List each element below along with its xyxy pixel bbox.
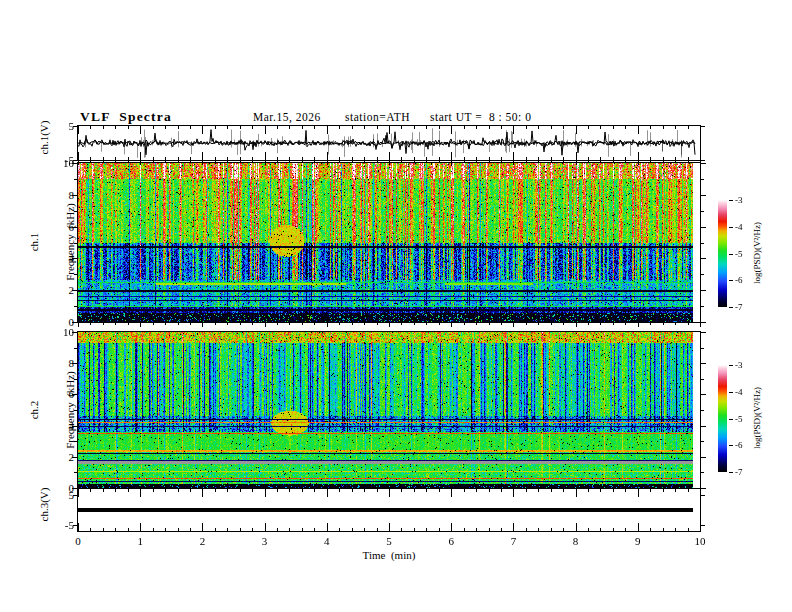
y-axis-tick xyxy=(701,472,704,473)
x-axis-tick xyxy=(178,323,179,325)
colorbar-tick xyxy=(729,365,733,366)
x-axis-tick xyxy=(289,323,290,325)
ch1-frequency-axis-label-line1: ch.1 xyxy=(28,203,40,281)
x-axis-tick-label: 7 xyxy=(501,535,525,547)
x-axis-tick xyxy=(613,161,614,163)
y-axis-tick xyxy=(701,426,706,427)
x-axis-tick xyxy=(451,323,452,327)
x-axis-tick xyxy=(563,161,564,163)
colorbar-tick xyxy=(729,227,733,228)
x-axis-tick-label: 9 xyxy=(626,535,650,547)
x-axis-tick xyxy=(513,161,514,165)
x-axis-tick xyxy=(140,161,141,165)
x-axis-tick xyxy=(277,323,278,325)
x-axis-tick xyxy=(364,161,365,163)
x-axis-tick xyxy=(489,323,490,325)
x-axis-tick xyxy=(314,161,315,163)
y-axis-tick xyxy=(701,495,705,496)
x-axis-tick xyxy=(103,161,104,163)
y-axis-tick xyxy=(701,457,706,458)
y-axis-tick-label: 5 xyxy=(52,120,74,132)
y-axis-tick xyxy=(74,274,77,275)
colorbar-ch1 xyxy=(718,200,727,307)
x-axis-tick xyxy=(650,323,651,325)
y-axis-tick xyxy=(701,290,706,291)
x-axis-tick xyxy=(538,161,539,163)
x-axis-tick xyxy=(202,161,203,165)
y-axis-tick-label: 2 xyxy=(52,451,74,463)
x-axis-tick xyxy=(439,161,440,163)
ch1-waveform-canvas xyxy=(78,126,700,160)
y-axis-tick xyxy=(74,348,77,349)
plot-start-ut: start UT = 8 : 50: 0 xyxy=(430,111,531,123)
ch1-voltage-axis-label-text: ch.1(V) xyxy=(38,121,50,155)
vlf-spectra-figure: VLF Spectra Mar.15, 2026 station=ATH sta… xyxy=(0,0,792,612)
colorbar-tick xyxy=(729,307,733,308)
x-axis-tick xyxy=(476,323,477,325)
x-axis-tick xyxy=(90,323,91,325)
y-axis-tick xyxy=(74,306,77,307)
colorbar-ch1-caption: log(PSD)(V²/Hz) xyxy=(752,222,762,284)
x-axis-tick xyxy=(700,161,701,165)
x-axis-tick xyxy=(265,323,266,327)
x-axis-tick xyxy=(588,161,589,163)
x-axis-tick xyxy=(551,161,552,163)
x-axis-tick-label: 6 xyxy=(439,535,463,547)
x-axis-tick xyxy=(414,323,415,325)
y-axis-tick xyxy=(74,441,77,442)
y-axis-tick xyxy=(701,243,704,244)
ch3-voltage-axis-label-text: ch.3(V) xyxy=(38,488,50,522)
colorbar-ch2 xyxy=(718,365,727,472)
x-axis-tick xyxy=(227,323,228,325)
x-axis-tick xyxy=(377,161,378,163)
x-axis-tick-label: 8 xyxy=(564,535,588,547)
x-axis-tick xyxy=(401,323,402,325)
x-axis-tick xyxy=(364,323,365,325)
x-axis-tick xyxy=(464,323,465,325)
x-axis-tick xyxy=(202,323,203,327)
x-axis-tick xyxy=(439,323,440,325)
x-axis-tick-label: 5 xyxy=(377,535,401,547)
x-axis-tick xyxy=(190,323,191,325)
spectrogram-ch2-panel xyxy=(77,331,701,489)
x-axis-tick-label: 2 xyxy=(190,535,214,547)
x-axis-tick xyxy=(576,323,577,327)
x-axis-tick xyxy=(700,323,701,327)
y-axis-tick-label: 4 xyxy=(52,420,74,432)
x-axis-tick xyxy=(526,323,527,325)
y-axis-tick xyxy=(701,525,705,526)
x-axis-tick xyxy=(352,323,353,325)
y-axis-tick xyxy=(701,179,704,180)
x-axis-tick xyxy=(289,161,290,163)
colorbar-tick-label: -7 xyxy=(735,467,743,477)
y-axis-tick xyxy=(701,227,706,228)
x-axis-tick xyxy=(153,161,154,163)
colorbar-tick-label: -5 xyxy=(735,414,743,424)
y-axis-tick xyxy=(701,163,706,164)
x-axis-tick xyxy=(414,161,415,163)
x-axis-tick-label: 10 xyxy=(688,535,712,547)
x-axis-tick xyxy=(625,161,626,163)
y-axis-tick xyxy=(74,243,77,244)
ch2-frequency-axis-label-line1: ch.2 xyxy=(28,371,40,449)
y-axis-tick xyxy=(701,348,704,349)
waveform-panel xyxy=(77,125,701,161)
y-axis-tick xyxy=(74,179,77,180)
x-axis-tick xyxy=(339,323,340,325)
x-axis-tick xyxy=(302,323,303,325)
x-axis-tick xyxy=(377,323,378,325)
x-axis-tick xyxy=(128,323,129,325)
x-axis-tick xyxy=(115,323,116,325)
x-axis-tick xyxy=(339,161,340,163)
colorbar-tick-label: -4 xyxy=(735,387,743,397)
y-axis-tick-label: 6 xyxy=(52,221,74,233)
x-axis-tick-label: 1 xyxy=(128,535,152,547)
ch2-spectrogram-canvas xyxy=(78,332,700,488)
x-axis-tick xyxy=(663,161,664,163)
ch1-spectrogram-canvas xyxy=(78,163,700,322)
y-axis-tick xyxy=(701,379,704,380)
x-axis-tick xyxy=(302,161,303,163)
x-axis-tick xyxy=(389,161,390,165)
y-axis-tick xyxy=(701,322,706,323)
x-axis-tick xyxy=(115,161,116,163)
